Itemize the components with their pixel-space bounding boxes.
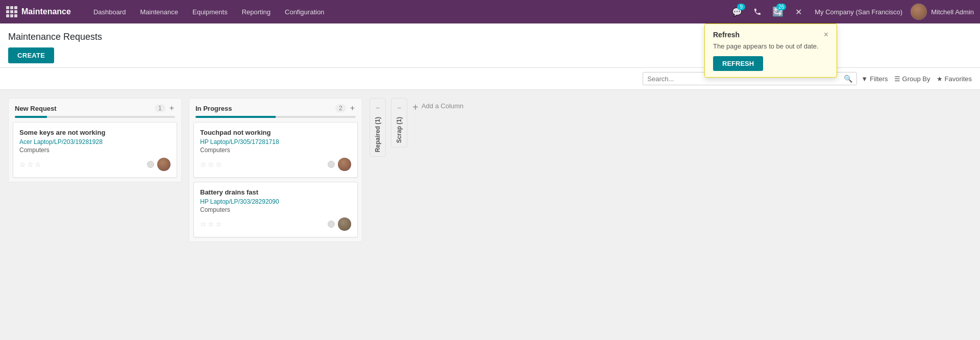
close-icon[interactable]: ✕	[790, 4, 806, 20]
search-submit-button[interactable]: 🔍	[844, 75, 852, 83]
kanban-card-3[interactable]: Battery drains fast HP Laptop/LP/303/282…	[193, 182, 358, 237]
card-title-3: Battery drains fast	[200, 188, 351, 196]
app-logo[interactable]: Maintenance	[6, 6, 79, 17]
column-header-new-request: New Request 1 +	[9, 99, 181, 116]
kanban-board: New Request 1 + Some keys are not workin…	[0, 90, 980, 340]
card-meta-3	[328, 217, 351, 231]
card-ref-3[interactable]: HP Laptop/LP/303/28292090	[200, 198, 351, 205]
progress-bar-new-request	[15, 116, 47, 118]
add-column-icon: +	[412, 102, 419, 112]
kanban-card-2[interactable]: Touchpad not working HP Laptop/LP/305/17…	[193, 122, 358, 178]
favorites-button[interactable]: ★ Favorites	[937, 75, 972, 83]
column-add-button-in-progress[interactable]: +	[349, 104, 356, 113]
unfold-repaired-button[interactable]: −	[375, 103, 381, 113]
groupby-icon: ☰	[894, 75, 900, 83]
topbar-icons: 💬 9 🔄 26 ✕ My Company (San Francisco) Mi…	[729, 4, 974, 20]
column-progress-new-request	[15, 116, 175, 118]
column-count-new-request: 1	[155, 104, 165, 112]
refresh-badge: 26	[776, 4, 786, 10]
star-2-3[interactable]: ☆	[215, 160, 222, 168]
kanban-cards-new-request: Some keys are not working Acer Laptop/LP…	[9, 122, 181, 182]
nav-reporting[interactable]: Reporting	[235, 0, 278, 23]
user-name[interactable]: Mitchell Admin	[931, 8, 974, 16]
column-actions-in-progress: 2 +	[332, 104, 356, 113]
add-column-area[interactable]: + Add a Column	[412, 98, 474, 112]
refresh-popup: Refresh × The page appears to be out of …	[704, 23, 837, 78]
card-meta-2	[328, 158, 351, 171]
unfold-scrap-button[interactable]: −	[396, 103, 402, 113]
star-icon: ★	[937, 75, 943, 83]
main-menu: Dashboard Maintenance Equipments Reporti…	[86, 0, 331, 23]
user-avatar[interactable]	[911, 4, 927, 20]
card-assignee-2	[338, 158, 351, 171]
refresh-popup-close-button[interactable]: ×	[824, 30, 828, 39]
add-column-label: Add a Column	[422, 102, 463, 110]
nav-maintenance[interactable]: Maintenance	[133, 0, 185, 23]
card-footer-2: ☆ ☆ ☆	[200, 158, 351, 171]
nav-configuration[interactable]: Configuration	[278, 0, 331, 23]
refresh-popup-title: Refresh	[713, 31, 740, 39]
column-actions-new-request: 1 +	[152, 104, 175, 113]
kanban-cards-in-progress: Touchpad not working HP Laptop/LP/305/17…	[189, 122, 362, 241]
nav-dashboard[interactable]: Dashboard	[86, 0, 133, 23]
chat-icon[interactable]: 💬 9	[729, 4, 745, 20]
column-title-new-request: New Request	[15, 105, 57, 112]
card-footer-3: ☆ ☆ ☆	[200, 217, 351, 231]
nav-equipments[interactable]: Equipments	[185, 0, 235, 23]
folded-title-scrap: Scrap (1)	[396, 117, 403, 143]
filters-button[interactable]: ▼ Filters	[861, 75, 888, 83]
card-category-2: Computers	[200, 147, 351, 154]
star-1-2[interactable]: ☆	[27, 160, 34, 168]
column-title-in-progress: In Progress	[195, 105, 232, 112]
filters-label: Filters	[870, 75, 888, 83]
column-count-in-progress: 2	[335, 104, 346, 112]
folded-title-repaired: Repaired (1)	[374, 117, 381, 152]
card-ref-2[interactable]: HP Laptop/LP/305/17281718	[200, 138, 351, 145]
kanban-column-new-request: New Request 1 + Some keys are not workin…	[8, 98, 182, 182]
card-assignee-3	[338, 217, 351, 231]
star-1-1[interactable]: ☆	[19, 160, 26, 168]
card-meta-1	[147, 158, 170, 171]
card-assignee-1	[157, 158, 170, 171]
company-name[interactable]: My Company (San Francisco)	[815, 8, 902, 16]
card-title-1: Some keys are not working	[19, 129, 170, 136]
card-category-1: Computers	[19, 147, 170, 154]
grid-menu-icon[interactable]	[6, 6, 17, 17]
card-stars-3[interactable]: ☆ ☆ ☆	[200, 220, 222, 228]
kanban-folded-scrap[interactable]: − Scrap (1)	[391, 98, 407, 148]
app-name: Maintenance	[21, 7, 71, 16]
top-navigation: Maintenance Dashboard Maintenance Equipm…	[0, 0, 980, 23]
card-status-1	[147, 161, 154, 168]
refresh-icon[interactable]: 🔄 26	[770, 4, 786, 20]
chat-badge: 9	[737, 4, 745, 10]
phone-icon[interactable]	[749, 4, 766, 20]
refresh-button[interactable]: REFRESH	[713, 56, 763, 71]
filter-buttons: ▼ Filters ☰ Group By ★ Favorites	[861, 75, 972, 83]
card-title-2: Touchpad not working	[200, 129, 351, 136]
groupby-button[interactable]: ☰ Group By	[894, 75, 930, 83]
create-button[interactable]: CREATE	[8, 47, 54, 63]
star-3-2[interactable]: ☆	[208, 220, 214, 228]
refresh-popup-header: Refresh ×	[713, 30, 828, 39]
kanban-column-in-progress: In Progress 2 + Touchpad not working HP …	[189, 98, 362, 242]
column-progress-in-progress	[195, 116, 356, 118]
progress-bar-in-progress	[195, 116, 276, 118]
star-3-1[interactable]: ☆	[200, 220, 207, 228]
star-2-1[interactable]: ☆	[200, 160, 207, 168]
star-2-2[interactable]: ☆	[208, 160, 214, 168]
kanban-folded-repaired[interactable]: − Repaired (1)	[370, 98, 386, 157]
card-ref-1[interactable]: Acer Laptop/LP/203/19281928	[19, 138, 170, 145]
star-1-3[interactable]: ☆	[35, 160, 41, 168]
star-3-3[interactable]: ☆	[215, 220, 222, 228]
card-stars-1[interactable]: ☆ ☆ ☆	[19, 160, 41, 168]
groupby-label: Group By	[902, 75, 930, 83]
column-add-button-new-request[interactable]: +	[168, 104, 175, 113]
kanban-card-1[interactable]: Some keys are not working Acer Laptop/LP…	[13, 122, 177, 178]
favorites-label: Favorites	[945, 75, 972, 83]
card-stars-2[interactable]: ☆ ☆ ☆	[200, 160, 222, 168]
card-status-3	[328, 221, 335, 228]
filter-icon: ▼	[861, 75, 868, 83]
column-header-in-progress: In Progress 2 +	[189, 99, 362, 116]
card-status-2	[328, 161, 335, 168]
refresh-popup-message: The page appears to be out of date.	[713, 42, 828, 50]
